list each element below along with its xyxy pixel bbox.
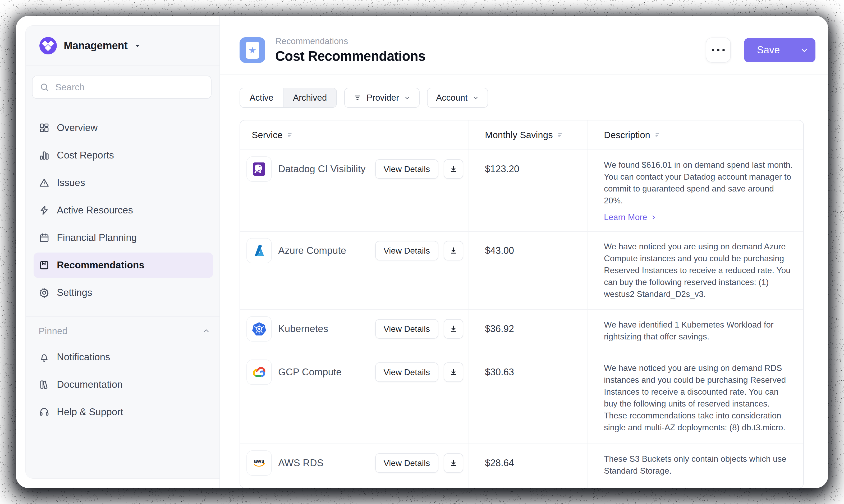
tab-archived[interactable]: Archived bbox=[283, 88, 336, 107]
chevron-down-icon bbox=[134, 42, 141, 50]
three-diamonds-icon bbox=[39, 37, 57, 54]
sidebar-item-issues[interactable]: Issues bbox=[34, 170, 213, 196]
view-details-button[interactable]: View Details bbox=[375, 159, 438, 179]
view-details-button[interactable]: View Details bbox=[375, 362, 438, 382]
sort-bars-icon bbox=[557, 131, 565, 139]
learn-more-link[interactable]: Learn More bbox=[604, 212, 794, 222]
sidebar-item-label: Settings bbox=[57, 287, 92, 298]
dashboard-grid-icon bbox=[38, 122, 50, 134]
sidebar-item-help-support[interactable]: Help & Support bbox=[34, 399, 213, 425]
sidebar-item-notifications[interactable]: Notifications bbox=[34, 344, 213, 370]
service-name: Azure Compute bbox=[278, 245, 346, 256]
filter-bars-icon bbox=[353, 93, 362, 102]
sidebar: Management Overview bbox=[25, 25, 220, 479]
sidebar-item-active-resources[interactable]: Active Resources bbox=[34, 198, 213, 223]
sidebar-item-recommendations[interactable]: Recommendations bbox=[34, 253, 213, 278]
tab-active[interactable]: Active bbox=[240, 88, 283, 107]
download-icon bbox=[449, 368, 458, 376]
table-row: Azure Compute View Details $43.00 We hav… bbox=[240, 232, 803, 310]
view-details-button[interactable]: View Details bbox=[375, 453, 438, 473]
save-split-button[interactable]: Save bbox=[744, 38, 815, 62]
sidebar-item-overview[interactable]: Overview bbox=[34, 115, 213, 141]
chevron-down-icon[interactable] bbox=[793, 38, 815, 62]
provider-filter-label: Provider bbox=[366, 93, 399, 103]
column-header-description[interactable]: Description bbox=[587, 121, 803, 149]
datadog-icon bbox=[246, 156, 272, 182]
download-icon bbox=[449, 247, 458, 255]
service-name: Kubernetes bbox=[278, 323, 328, 335]
lightning-bolt-icon bbox=[38, 204, 50, 216]
chevron-down-icon bbox=[472, 94, 479, 101]
sidebar-item-label: Overview bbox=[57, 122, 98, 133]
sidebar-item-label: Recommendations bbox=[57, 260, 144, 271]
sidebar-item-settings[interactable]: Settings bbox=[34, 280, 213, 305]
monthly-savings-value: $30.63 bbox=[485, 360, 582, 385]
table-row: Kubernetes View Details $36.92 We have i… bbox=[240, 310, 803, 353]
ellipsis-icon bbox=[712, 49, 725, 51]
main-content: ★ Recommendations Cost Recommendations S… bbox=[220, 16, 828, 488]
account-filter-button[interactable]: Account bbox=[427, 88, 488, 108]
bell-icon bbox=[38, 351, 50, 363]
gcp-icon bbox=[246, 360, 272, 385]
table-row: aws AWS RDS View Details $28.64 bbox=[240, 444, 803, 488]
page-header: ★ Recommendations Cost Recommendations S… bbox=[220, 16, 828, 74]
table-row: GCP Compute View Details $30.63 We have … bbox=[240, 353, 803, 444]
recommendation-description: We found $616.01 in on demand spend last… bbox=[604, 159, 794, 206]
app-window: Management Overview bbox=[16, 16, 828, 488]
svg-text:aws: aws bbox=[254, 458, 264, 464]
workspace-name: Management bbox=[64, 40, 128, 52]
download-icon bbox=[449, 165, 458, 173]
sort-bars-icon bbox=[654, 131, 662, 139]
sidebar-item-financial-planning[interactable]: Financial Planning bbox=[34, 225, 213, 250]
sort-bars-icon bbox=[287, 131, 294, 139]
service-name: AWS RDS bbox=[278, 457, 323, 469]
sidebar-item-cost-reports[interactable]: Cost Reports bbox=[34, 143, 213, 168]
filter-bar: Active Archived Provider Account bbox=[240, 88, 804, 108]
kubernetes-icon bbox=[246, 316, 272, 342]
provider-filter-button[interactable]: Provider bbox=[344, 88, 419, 108]
download-button[interactable] bbox=[444, 319, 463, 339]
sidebar-item-label: Documentation bbox=[57, 379, 123, 390]
download-icon bbox=[449, 459, 458, 467]
search-input[interactable] bbox=[55, 82, 204, 92]
sidebar-item-label: Notifications bbox=[57, 352, 110, 363]
download-button[interactable] bbox=[444, 362, 463, 382]
sidebar-item-label: Financial Planning bbox=[57, 232, 137, 243]
table-header-row: Service Monthly Savings Description bbox=[240, 121, 803, 150]
more-actions-button[interactable] bbox=[706, 37, 731, 62]
screen: Management Overview bbox=[0, 0, 844, 504]
monthly-savings-value: $43.00 bbox=[485, 238, 582, 263]
service-name: GCP Compute bbox=[278, 367, 342, 378]
chevron-right-icon bbox=[651, 214, 657, 220]
recommendation-description: We have identified 1 Kubernetes Workload… bbox=[604, 319, 794, 343]
view-details-button[interactable]: View Details bbox=[375, 241, 438, 260]
sidebar-item-label: Issues bbox=[57, 177, 85, 188]
column-header-service[interactable]: Service bbox=[240, 121, 468, 149]
sidebar-item-label: Active Resources bbox=[57, 205, 133, 216]
monthly-savings-value: $123.20 bbox=[485, 156, 582, 182]
bookmark-square-icon bbox=[38, 259, 50, 271]
sidebar-item-label: Cost Reports bbox=[57, 150, 114, 161]
search-icon bbox=[39, 82, 49, 92]
breadcrumb: Recommendations bbox=[275, 36, 426, 46]
download-button[interactable] bbox=[444, 453, 463, 473]
account-filter-label: Account bbox=[436, 93, 467, 103]
workspace-switcher[interactable]: Management bbox=[25, 25, 220, 66]
column-header-monthly-savings[interactable]: Monthly Savings bbox=[468, 121, 587, 149]
save-button[interactable]: Save bbox=[744, 38, 793, 62]
aws-icon: aws bbox=[246, 450, 272, 476]
download-icon bbox=[449, 325, 458, 333]
sidebar-item-label: Help & Support bbox=[57, 407, 123, 418]
sidebar-item-documentation[interactable]: Documentation bbox=[34, 372, 213, 397]
service-name: Datadog CI Visibility bbox=[278, 163, 365, 175]
chevron-up-icon[interactable] bbox=[202, 327, 210, 335]
page-title: Cost Recommendations bbox=[275, 48, 426, 64]
recommendation-description: We have noticed you are using on demand … bbox=[604, 362, 794, 433]
monthly-savings-value: $28.64 bbox=[485, 450, 582, 476]
gear-icon bbox=[38, 287, 50, 299]
download-button[interactable] bbox=[444, 159, 463, 179]
view-details-button[interactable]: View Details bbox=[375, 319, 438, 339]
bar-chart-icon bbox=[38, 149, 50, 161]
azure-icon bbox=[246, 238, 272, 263]
download-button[interactable] bbox=[444, 241, 463, 260]
